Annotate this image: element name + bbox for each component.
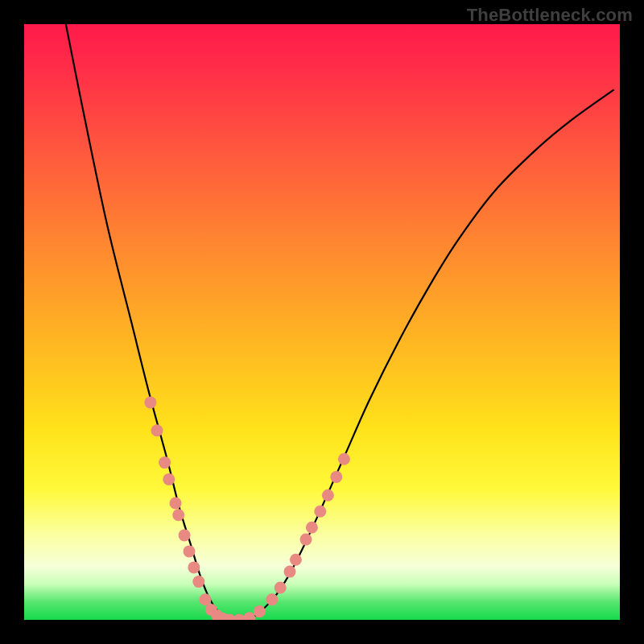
watermark-text: TheBottleneck.com bbox=[467, 5, 633, 26]
data-dot bbox=[306, 522, 318, 534]
data-dot bbox=[314, 506, 326, 518]
data-dot bbox=[159, 456, 171, 469]
data-dot bbox=[266, 593, 278, 605]
data-dot bbox=[243, 612, 255, 620]
data-dot bbox=[322, 489, 334, 502]
data-dot bbox=[163, 473, 175, 485]
data-dot bbox=[151, 424, 163, 436]
chart-svg bbox=[24, 24, 620, 620]
data-dot bbox=[284, 566, 296, 578]
data-dot bbox=[172, 509, 184, 521]
data-dot bbox=[254, 605, 266, 617]
bottleneck-curve bbox=[66, 24, 614, 620]
data-dot bbox=[275, 582, 287, 594]
data-dot bbox=[290, 554, 302, 566]
data-dot bbox=[330, 471, 342, 483]
data-dot bbox=[200, 593, 212, 605]
stage: TheBottleneck.com bbox=[0, 0, 644, 644]
data-dot bbox=[192, 576, 204, 588]
data-dots bbox=[144, 396, 350, 620]
data-dot bbox=[170, 497, 182, 510]
data-dot bbox=[184, 545, 196, 557]
data-dot bbox=[188, 561, 200, 573]
data-dot bbox=[144, 396, 156, 408]
data-dot bbox=[300, 534, 312, 546]
data-dot bbox=[179, 529, 191, 541]
data-dot bbox=[338, 453, 350, 465]
plot-area bbox=[24, 24, 620, 620]
